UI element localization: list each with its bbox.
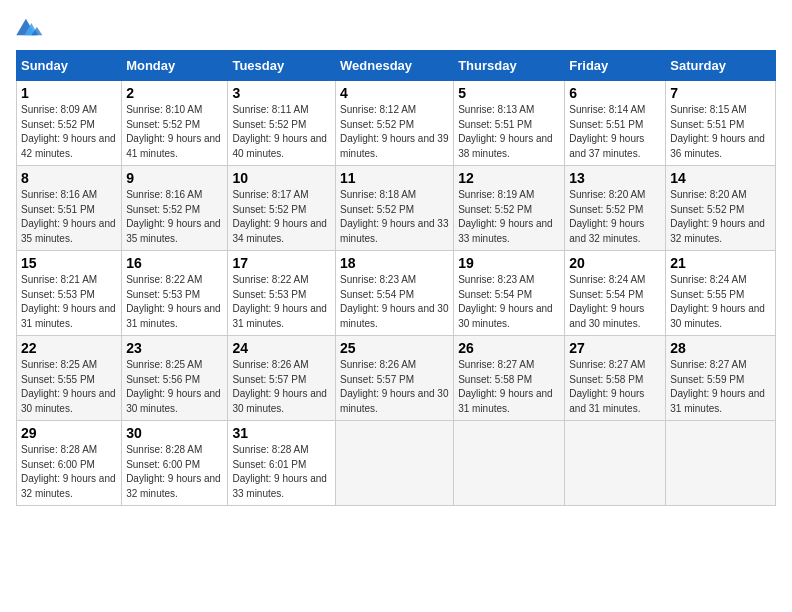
day-number: 14 [670,170,771,186]
daylight-label: Daylight: 9 hours and 30 minutes. [126,388,221,414]
daylight-label: Daylight: 9 hours and 33 minutes. [340,218,448,244]
day-number: 13 [569,170,661,186]
sunset-label: Sunset: 5:59 PM [670,374,744,385]
daylight-label: Daylight: 9 hours and 31 minutes. [670,388,765,414]
page-header [16,16,776,38]
sunset-label: Sunset: 5:52 PM [232,204,306,215]
sunset-label: Sunset: 5:52 PM [126,204,200,215]
daylight-label: Daylight: 9 hours and 42 minutes. [21,133,116,159]
sunrise-label: Sunrise: 8:28 AM [232,444,308,455]
table-row [336,421,454,506]
day-info: Sunrise: 8:28 AM Sunset: 6:00 PM Dayligh… [126,443,223,501]
logo [16,16,48,38]
day-number: 18 [340,255,449,271]
table-row: 29 Sunrise: 8:28 AM Sunset: 6:00 PM Dayl… [17,421,122,506]
day-info: Sunrise: 8:21 AM Sunset: 5:53 PM Dayligh… [21,273,117,331]
calendar-row: 22 Sunrise: 8:25 AM Sunset: 5:55 PM Dayl… [17,336,776,421]
day-number: 12 [458,170,560,186]
day-info: Sunrise: 8:18 AM Sunset: 5:52 PM Dayligh… [340,188,449,246]
sunset-label: Sunset: 5:51 PM [458,119,532,130]
day-number: 9 [126,170,223,186]
table-row [565,421,666,506]
day-number: 25 [340,340,449,356]
daylight-label: Daylight: 9 hours and 32 minutes. [569,218,644,244]
sunrise-label: Sunrise: 8:26 AM [232,359,308,370]
sunrise-label: Sunrise: 8:23 AM [340,274,416,285]
sunrise-label: Sunrise: 8:17 AM [232,189,308,200]
day-info: Sunrise: 8:24 AM Sunset: 5:55 PM Dayligh… [670,273,771,331]
sunset-label: Sunset: 5:55 PM [670,289,744,300]
sunrise-label: Sunrise: 8:21 AM [21,274,97,285]
daylight-label: Daylight: 9 hours and 35 minutes. [126,218,221,244]
table-row: 18 Sunrise: 8:23 AM Sunset: 5:54 PM Dayl… [336,251,454,336]
sunrise-label: Sunrise: 8:16 AM [21,189,97,200]
sunrise-label: Sunrise: 8:25 AM [126,359,202,370]
sunset-label: Sunset: 6:01 PM [232,459,306,470]
table-row: 19 Sunrise: 8:23 AM Sunset: 5:54 PM Dayl… [454,251,565,336]
day-number: 4 [340,85,449,101]
table-row: 7 Sunrise: 8:15 AM Sunset: 5:51 PM Dayli… [666,81,776,166]
table-row: 25 Sunrise: 8:26 AM Sunset: 5:57 PM Dayl… [336,336,454,421]
col-saturday: Saturday [666,51,776,81]
sunset-label: Sunset: 5:54 PM [458,289,532,300]
sunset-label: Sunset: 5:52 PM [340,119,414,130]
day-info: Sunrise: 8:20 AM Sunset: 5:52 PM Dayligh… [670,188,771,246]
daylight-label: Daylight: 9 hours and 35 minutes. [21,218,116,244]
daylight-label: Daylight: 9 hours and 30 minutes. [340,303,448,329]
sunset-label: Sunset: 5:58 PM [458,374,532,385]
table-row: 21 Sunrise: 8:24 AM Sunset: 5:55 PM Dayl… [666,251,776,336]
day-info: Sunrise: 8:09 AM Sunset: 5:52 PM Dayligh… [21,103,117,161]
day-number: 28 [670,340,771,356]
sunrise-label: Sunrise: 8:22 AM [126,274,202,285]
daylight-label: Daylight: 9 hours and 31 minutes. [232,303,327,329]
table-row: 22 Sunrise: 8:25 AM Sunset: 5:55 PM Dayl… [17,336,122,421]
day-info: Sunrise: 8:23 AM Sunset: 5:54 PM Dayligh… [340,273,449,331]
daylight-label: Daylight: 9 hours and 31 minutes. [21,303,116,329]
calendar-table: Sunday Monday Tuesday Wednesday Thursday… [16,50,776,506]
sunset-label: Sunset: 5:52 PM [569,204,643,215]
day-info: Sunrise: 8:16 AM Sunset: 5:52 PM Dayligh… [126,188,223,246]
sunset-label: Sunset: 5:53 PM [126,289,200,300]
sunrise-label: Sunrise: 8:28 AM [21,444,97,455]
daylight-label: Daylight: 9 hours and 32 minutes. [126,473,221,499]
table-row: 2 Sunrise: 8:10 AM Sunset: 5:52 PM Dayli… [122,81,228,166]
sunrise-label: Sunrise: 8:22 AM [232,274,308,285]
sunset-label: Sunset: 5:51 PM [670,119,744,130]
sunset-label: Sunset: 5:55 PM [21,374,95,385]
daylight-label: Daylight: 9 hours and 36 minutes. [670,133,765,159]
day-info: Sunrise: 8:14 AM Sunset: 5:51 PM Dayligh… [569,103,661,161]
daylight-label: Daylight: 9 hours and 34 minutes. [232,218,327,244]
daylight-label: Daylight: 9 hours and 30 minutes. [670,303,765,329]
daylight-label: Daylight: 9 hours and 41 minutes. [126,133,221,159]
sunrise-label: Sunrise: 8:28 AM [126,444,202,455]
sunset-label: Sunset: 5:57 PM [340,374,414,385]
sunset-label: Sunset: 5:52 PM [232,119,306,130]
daylight-label: Daylight: 9 hours and 32 minutes. [670,218,765,244]
sunrise-label: Sunrise: 8:27 AM [670,359,746,370]
daylight-label: Daylight: 9 hours and 33 minutes. [232,473,327,499]
day-info: Sunrise: 8:11 AM Sunset: 5:52 PM Dayligh… [232,103,331,161]
sunset-label: Sunset: 6:00 PM [21,459,95,470]
sunrise-label: Sunrise: 8:20 AM [569,189,645,200]
calendar-row: 15 Sunrise: 8:21 AM Sunset: 5:53 PM Dayl… [17,251,776,336]
sunrise-label: Sunrise: 8:13 AM [458,104,534,115]
sunrise-label: Sunrise: 8:24 AM [569,274,645,285]
day-info: Sunrise: 8:16 AM Sunset: 5:51 PM Dayligh… [21,188,117,246]
daylight-label: Daylight: 9 hours and 30 minutes. [340,388,448,414]
day-number: 29 [21,425,117,441]
table-row: 4 Sunrise: 8:12 AM Sunset: 5:52 PM Dayli… [336,81,454,166]
sunrise-label: Sunrise: 8:26 AM [340,359,416,370]
day-number: 17 [232,255,331,271]
day-number: 16 [126,255,223,271]
sunrise-label: Sunrise: 8:24 AM [670,274,746,285]
sunset-label: Sunset: 5:54 PM [569,289,643,300]
table-row: 20 Sunrise: 8:24 AM Sunset: 5:54 PM Dayl… [565,251,666,336]
day-info: Sunrise: 8:28 AM Sunset: 6:01 PM Dayligh… [232,443,331,501]
sunrise-label: Sunrise: 8:10 AM [126,104,202,115]
sunrise-label: Sunrise: 8:25 AM [21,359,97,370]
daylight-label: Daylight: 9 hours and 30 minutes. [458,303,553,329]
day-info: Sunrise: 8:12 AM Sunset: 5:52 PM Dayligh… [340,103,449,161]
sunrise-label: Sunrise: 8:23 AM [458,274,534,285]
table-row [666,421,776,506]
daylight-label: Daylight: 9 hours and 37 minutes. [569,133,644,159]
